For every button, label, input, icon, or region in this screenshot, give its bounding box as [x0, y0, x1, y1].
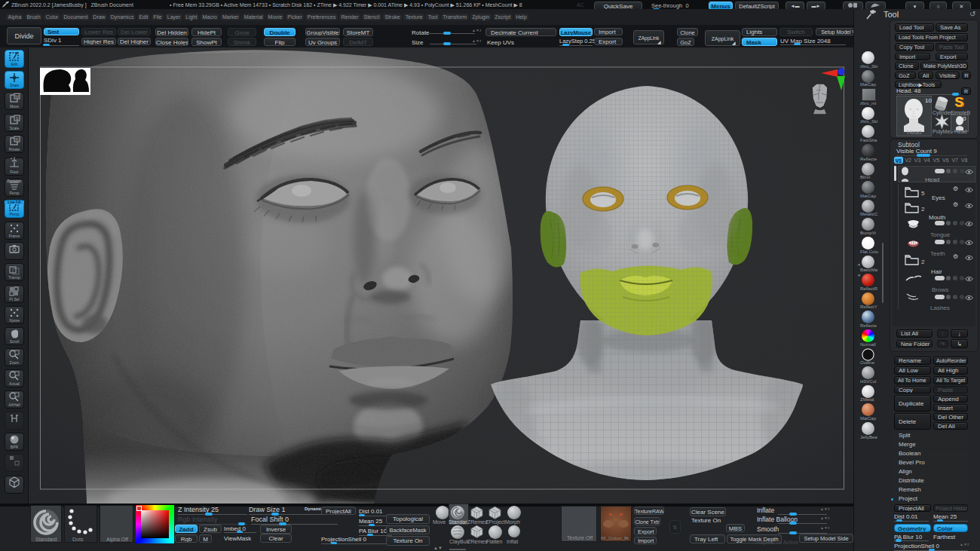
svg-text:R: R	[15, 137, 19, 142]
svg-text:S: S	[15, 116, 18, 121]
svg-text:M: M	[15, 94, 19, 99]
svg-text:S: S	[954, 95, 963, 109]
